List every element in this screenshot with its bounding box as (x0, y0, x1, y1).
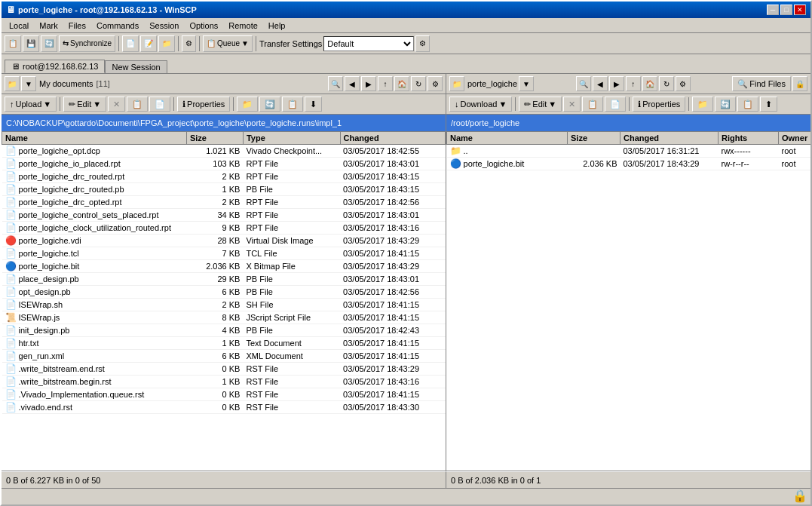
left-cell-type: RPT File (243, 196, 340, 209)
left-btn10[interactable]: 📋 (282, 97, 303, 112)
left-paste-button[interactable]: 📄 (149, 97, 170, 112)
right-nav-settings[interactable]: ⚙ (676, 76, 691, 91)
bottom-status-bar: 🔒 (2, 488, 810, 504)
left-delete-button[interactable]: ✕ (108, 97, 125, 112)
left-table-row[interactable]: 📄 init_design.pb 4 KB PB File 03/05/2017… (2, 324, 446, 337)
toolbar-btn1[interactable]: 📋 (5, 35, 21, 52)
right-nav-filter[interactable]: 🔍 (576, 76, 591, 91)
transfer-settings-btn[interactable]: ⚙ (415, 35, 430, 52)
left-table-row[interactable]: 📄 .write_bitstream.begin.rst 1 KB RST Fi… (2, 376, 446, 388)
left-table-row[interactable]: 📄 porte_logiche_opt.dcp 1.021 KB Vivado … (2, 145, 446, 158)
left-table-row[interactable]: 📄 .vivado.end.rst 0 KB RST File 03/05/20… (2, 401, 446, 414)
left-col-changed[interactable]: Changed (340, 132, 445, 145)
left-nav-settings[interactable]: ⚙ (427, 76, 443, 91)
left-table-row[interactable]: 📄 porte_logiche_io_placed.rpt 103 KB RPT… (2, 158, 446, 170)
left-cell-name: 🔵 porte_logiche.bit (2, 260, 187, 273)
session-tab-active[interactable]: 🖥 root@192.168.62.13 (5, 60, 105, 73)
left-table-row[interactable]: 📄 porte_logiche_drc_routed.rpt 2 KB RPT … (2, 170, 446, 183)
left-table-row[interactable]: 🔴 porte_logiche.vdi 28 KB Virtual Disk I… (2, 235, 446, 247)
right-paste-button[interactable]: 📄 (605, 97, 626, 112)
close-button[interactable]: ✕ (794, 5, 806, 15)
right-copy-button[interactable]: 📋 (582, 97, 603, 112)
menu-mark[interactable]: Mark (35, 20, 62, 31)
left-table-row[interactable]: 📄 opt_design.pb 6 KB PB File 03/05/2017 … (2, 286, 446, 299)
right-nav-refresh[interactable]: ↻ (659, 76, 674, 91)
left-copy-button[interactable]: 📋 (127, 97, 148, 112)
left-properties-button[interactable]: ℹ Properties (177, 97, 230, 112)
left-col-name[interactable]: Name (2, 132, 187, 145)
right-btn8[interactable]: 📁 (692, 97, 713, 112)
left-nav-home[interactable]: 🏠 (394, 76, 409, 91)
menu-options[interactable]: Options (185, 20, 222, 31)
left-col-size[interactable]: Size (186, 132, 243, 145)
left-btn9[interactable]: 🔄 (259, 97, 280, 112)
menu-local[interactable]: Local (5, 20, 33, 31)
left-cell-changed: 03/05/2017 18:43:01 (340, 273, 445, 286)
menu-session[interactable]: Session (145, 20, 183, 31)
right-nav-home[interactable]: 🏠 (642, 76, 657, 91)
left-table-row[interactable]: 📄 porte_logiche_drc_opted.rpt 2 KB RPT F… (2, 196, 446, 209)
transfer-settings-dropdown[interactable]: Default (323, 36, 414, 51)
right-col-changed[interactable]: Changed (620, 132, 719, 145)
left-col-type[interactable]: Type (243, 132, 340, 145)
right-nav-dropdown[interactable]: ▼ (519, 76, 534, 91)
left-table-row[interactable]: 📄 porte_logiche_drc_routed.pb 1 KB PB Fi… (2, 183, 446, 196)
toolbar-btn7[interactable]: ⚙ (182, 35, 196, 52)
new-session-tab[interactable]: New Session (105, 60, 167, 73)
right-table-row[interactable]: 📁 .. 03/05/2017 16:31:21 rwx------ root (447, 145, 811, 158)
right-col-size[interactable]: Size (568, 132, 620, 145)
left-table-row[interactable]: 📄 porte_logiche_clock_utilization_routed… (2, 222, 446, 235)
right-btn11[interactable]: ⬆ (760, 97, 777, 112)
menu-help[interactable]: Help (264, 20, 290, 31)
menu-commands[interactable]: Commands (92, 20, 143, 31)
right-nav-forward[interactable]: ▶ (609, 76, 624, 91)
queue-button[interactable]: 📋 Queue ▼ (203, 35, 253, 52)
left-btn8[interactable]: 📁 (237, 97, 258, 112)
right-col-owner[interactable]: Owner (779, 132, 811, 145)
left-table-row[interactable]: 📄 place_design.pb 29 KB PB File 03/05/20… (2, 273, 446, 286)
download-button[interactable]: ↓ Download ▼ (449, 97, 512, 112)
menu-files[interactable]: Files (64, 20, 90, 31)
synchronize-button[interactable]: ⇆ Synchronize (59, 35, 115, 52)
upload-button[interactable]: ↑ Upload ▼ (5, 97, 57, 112)
left-table-row[interactable]: 🔵 porte_logiche.bit 2.036 KB X Bitmap Fi… (2, 260, 446, 273)
right-nav-folder[interactable]: 📁 (449, 76, 464, 91)
left-nav-refresh[interactable]: ↻ (411, 76, 426, 91)
toolbar-btn5[interactable]: 📝 (140, 35, 157, 52)
minimize-button[interactable]: ─ (767, 5, 779, 15)
toolbar-btn3[interactable]: 🔄 (41, 35, 57, 52)
right-edit-button[interactable]: ✏ Edit ▼ (519, 97, 562, 112)
right-delete-button[interactable]: ✕ (563, 97, 581, 112)
left-nav-forward[interactable]: ▶ (361, 76, 376, 91)
right-nav-extra[interactable]: 🔒 (792, 76, 807, 91)
left-table-row[interactable]: 📄 porte_logiche_control_sets_placed.rpt … (2, 209, 446, 222)
right-btn9[interactable]: 🔄 (715, 97, 736, 112)
right-btn10[interactable]: 📋 (737, 97, 758, 112)
left-table-row[interactable]: 📄 gen_run.xml 6 KB XML Document 03/05/20… (2, 350, 446, 363)
right-nav-back[interactable]: ◀ (593, 76, 608, 91)
left-nav-btn1[interactable]: 📁 (5, 76, 20, 91)
left-nav-filter[interactable]: 🔍 (328, 76, 343, 91)
menu-remote[interactable]: Remote (224, 20, 262, 31)
left-btn11[interactable]: ⬇ (305, 97, 322, 112)
left-table-row[interactable]: 📜 ISEWrap.js 8 KB JScript Script File 03… (2, 311, 446, 324)
left-table-row[interactable]: 📄 .write_bitstream.end.rst 0 KB RST File… (2, 363, 446, 376)
right-col-name[interactable]: Name (447, 132, 568, 145)
find-files-button[interactable]: 🔍 Find Files (732, 76, 791, 91)
toolbar-btn2[interactable]: 💾 (23, 35, 39, 52)
left-edit-button[interactable]: ✏ Edit ▼ (63, 97, 106, 112)
right-properties-button[interactable]: ℹ Properties (633, 97, 685, 112)
left-nav-up[interactable]: ↑ (378, 76, 393, 91)
left-table-row[interactable]: 📄 htr.txt 1 KB Text Document 03/05/2017 … (2, 337, 446, 350)
toolbar-btn6[interactable]: 📁 (158, 35, 175, 52)
left-table-row[interactable]: 📄 porte_logiche.tcl 7 KB TCL File 03/05/… (2, 247, 446, 260)
right-col-rights[interactable]: Rights (719, 132, 779, 145)
right-nav-up[interactable]: ↑ (626, 76, 641, 91)
toolbar-btn4[interactable]: 📄 (122, 35, 139, 52)
maximize-button[interactable]: □ (780, 5, 792, 15)
left-table-row[interactable]: 📄 ISEWrap.sh 2 KB SH File 03/05/2017 18:… (2, 299, 446, 311)
left-nav-btn2[interactable]: ▼ (21, 76, 36, 91)
right-table-row[interactable]: 🔵 porte_logiche.bit 2.036 KB 03/05/2017 … (447, 158, 811, 170)
left-table-row[interactable]: 📄 .Vivado_Implementation.queue.rst 0 KB … (2, 388, 446, 401)
left-nav-back[interactable]: ◀ (345, 76, 360, 91)
